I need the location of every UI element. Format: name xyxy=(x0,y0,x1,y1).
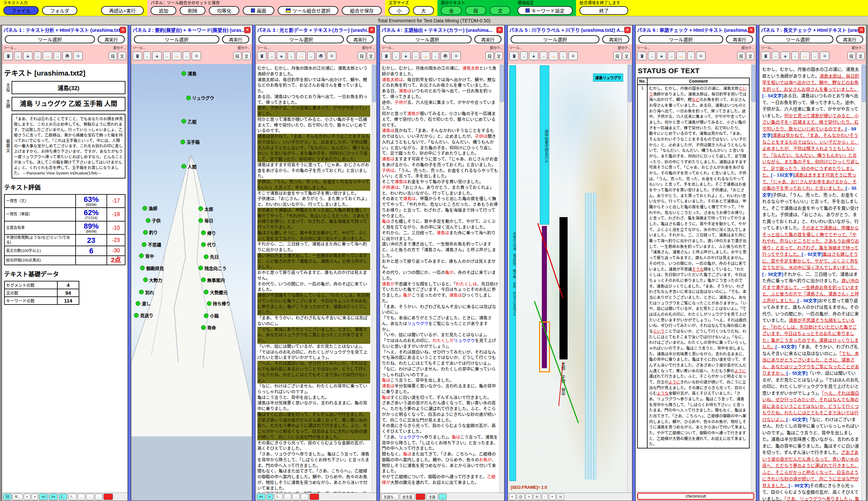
panel-divider[interactable] xyxy=(756,25,759,501)
scrollbar[interactable] xyxy=(372,64,376,492)
scrollbar-thumb[interactable] xyxy=(500,65,504,102)
eject-icon[interactable]: ▲ xyxy=(23,52,33,60)
print-icon[interactable] xyxy=(316,52,325,60)
keyword-item[interactable]: 代り xyxy=(201,241,216,248)
keyword-item[interactable]: 残念向こう xyxy=(198,265,227,271)
tool-select-dropdown[interactable]: ツール選択 xyxy=(762,35,834,43)
tool-select-dropdown[interactable]: ツール選択 xyxy=(5,35,95,43)
forward-icon[interactable]: → xyxy=(548,52,558,60)
more-button[interactable]: ... xyxy=(668,52,675,60)
trash-icon[interactable] xyxy=(257,52,266,60)
segment-label-bar[interactable]: 丹後の江の浦 毎日釣竿 鯛や鰹 お魚 お父さんお母さん xyxy=(509,65,516,481)
nav-button[interactable]: ... xyxy=(284,493,291,500)
nav-button[interactable]: << xyxy=(257,493,265,500)
close-icon[interactable]: ✕ xyxy=(624,27,631,33)
keyword-item[interactable]: 人間 xyxy=(181,163,196,170)
panel-divider[interactable] xyxy=(377,25,379,501)
nav-button[interactable]: R... xyxy=(12,493,23,500)
nav-button[interactable]: ... xyxy=(95,493,102,500)
nav-button[interactable]: I... xyxy=(59,493,67,500)
panel-divider[interactable] xyxy=(505,25,507,501)
rerun-button[interactable]: 再実行 xyxy=(836,35,863,43)
delete-button[interactable]: 削除 xyxy=(180,6,206,15)
close-icon[interactable]: ✕ xyxy=(368,27,375,33)
nav-button[interactable]: 10 xyxy=(3,493,11,500)
segment-title-label[interactable]: 浦島リュウグウ xyxy=(593,74,623,82)
nav-button[interactable]: I... xyxy=(68,493,77,500)
keyword-item[interactable]: 小箱 xyxy=(204,312,219,319)
partial-dan-button[interactable]: 段 xyxy=(465,6,486,15)
keyword-item[interactable]: 玉手箱 xyxy=(180,139,200,145)
more-button[interactable]: ... xyxy=(183,52,190,60)
nav-button[interactable]: ... xyxy=(78,493,85,500)
checkresult-button[interactable]: checkresult xyxy=(637,492,754,500)
keyword-item[interactable]: 大勢力 xyxy=(143,277,163,283)
eject-icon[interactable]: ▲ xyxy=(657,52,666,60)
close-icon[interactable]: ✕ xyxy=(244,27,251,33)
scrollbar-thumb[interactable] xyxy=(628,65,632,102)
segment-bun-button[interactable]: 文 xyxy=(623,52,631,60)
layers-icon[interactable]: ≡ xyxy=(696,52,705,60)
segment-dan-button[interactable]: 段 xyxy=(109,52,117,60)
more-button[interactable]: ... xyxy=(648,52,656,60)
nav-button[interactable]: (|) xyxy=(517,493,524,500)
nav-button[interactable]: > xyxy=(32,493,38,500)
scrollbar[interactable] xyxy=(751,64,756,491)
more-button[interactable]: ... xyxy=(687,52,695,60)
rerun-button[interactable]: 再実行 xyxy=(474,35,501,43)
forward-icon[interactable]: → xyxy=(677,52,686,60)
more-button[interactable]: ... xyxy=(34,52,41,60)
print-icon[interactable] xyxy=(62,52,72,60)
keyword-item[interactable]: 太郎 xyxy=(198,206,213,212)
nav-button[interactable]: 主語 xyxy=(426,493,438,500)
tool-select-dropdown[interactable]: ツール選択 xyxy=(258,35,344,43)
scrollbar[interactable] xyxy=(627,64,632,492)
eject-icon[interactable]: ▲ xyxy=(277,52,286,60)
keyword-item[interactable]: 寿命 xyxy=(201,324,216,331)
layers-icon[interactable]: ≡ xyxy=(820,52,829,60)
layers-icon[interactable]: ≡ xyxy=(568,52,578,60)
close-icon[interactable]: ✕ xyxy=(748,27,754,33)
tool-select-dropdown[interactable]: ツール選択 xyxy=(511,35,599,43)
keyword-item[interactable]: 浦島 xyxy=(181,70,196,76)
segment-black-bar[interactable] xyxy=(560,217,567,360)
keyword-item[interactable]: 先日 xyxy=(204,253,219,260)
file-button[interactable]: ファイル xyxy=(3,6,39,15)
keyword-item[interactable]: 大勢腰元 xyxy=(204,289,228,295)
panel-divider[interactable] xyxy=(128,25,130,501)
equalize-button[interactable]: 均等化 xyxy=(209,6,239,15)
forward-icon[interactable]: → xyxy=(800,52,810,60)
segment-bun-button[interactable]: 文 xyxy=(242,52,251,60)
tool-select-dropdown[interactable]: ツール選択 xyxy=(383,35,472,43)
nav-button[interactable] xyxy=(310,493,319,500)
nav-button[interactable]: < xyxy=(266,493,273,500)
more-button[interactable]: ... xyxy=(163,52,170,60)
font-large-button[interactable]: 大 xyxy=(413,6,434,15)
more-button[interactable]: ... xyxy=(772,52,779,60)
more-button[interactable]: ... xyxy=(307,52,315,60)
nav-button[interactable]: << xyxy=(39,493,48,500)
keyword-item[interactable]: 背中 xyxy=(139,253,154,259)
exit-button[interactable]: 終了 xyxy=(579,6,628,15)
scrollbar-thumb[interactable] xyxy=(372,65,376,102)
reload-execute-button[interactable]: 再読込+実行 xyxy=(101,6,144,15)
nav-button[interactable]: ... xyxy=(301,493,308,500)
layers-icon[interactable]: ≡ xyxy=(73,52,83,60)
close-icon[interactable]: ✕ xyxy=(496,27,503,33)
more-button[interactable]: ... xyxy=(392,52,400,60)
layers-icon[interactable]: ≡ xyxy=(327,52,336,60)
nav-button[interactable]: - xyxy=(542,493,547,500)
more-button[interactable]: ... xyxy=(54,52,61,60)
scrollbar-thumb[interactable] xyxy=(752,65,755,102)
rerun-button[interactable]: 再実行 xyxy=(602,35,629,43)
keyword-item[interactable]: 見送り xyxy=(134,312,153,318)
keyword-item[interactable]: 毎日 xyxy=(198,217,213,224)
keyword-item[interactable]: 帰り xyxy=(201,230,216,236)
partial-all-button[interactable]: 全 xyxy=(441,6,462,15)
keyword-item[interactable]: 釣り xyxy=(143,229,158,235)
segment-bun-button[interactable]: 文 xyxy=(118,52,126,60)
nav-button[interactable]: ... xyxy=(86,493,94,500)
nav-button[interactable]: 全主語 xyxy=(400,493,415,500)
partial-bun-button[interactable]: 文 xyxy=(490,6,511,15)
more-button[interactable]: ... xyxy=(520,52,527,60)
